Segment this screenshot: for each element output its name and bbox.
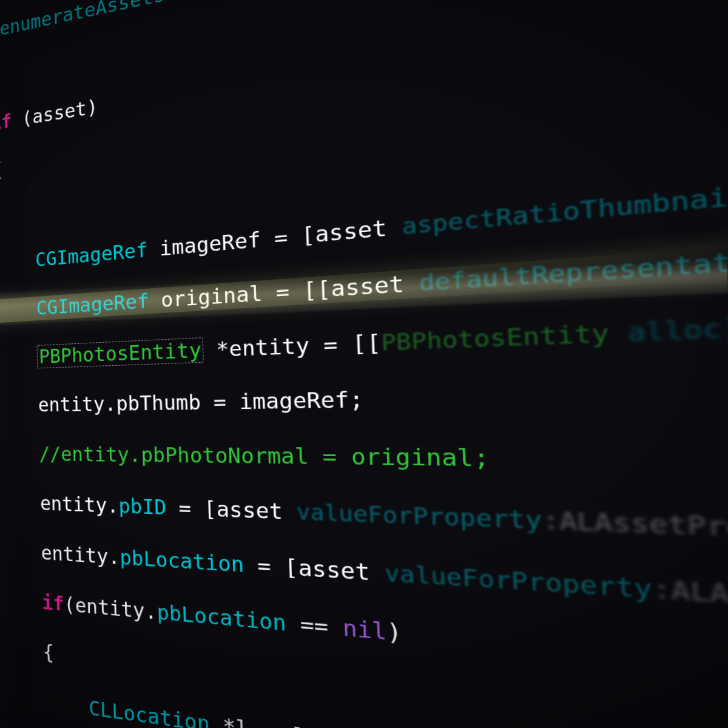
code-editor[interactable]: sGroup *)group photosArray:( up enumerat… — [0, 0, 728, 728]
code-line: entity.pbThumb = imageRef; — [0, 376, 728, 419]
scene: sGroup *)group photosArray:( up enumerat… — [0, 0, 728, 728]
code-line: entity.pbID = [asset valueForProperty:AL… — [0, 490, 728, 550]
code-line: //entity.pbPhotoNormal = original; — [0, 442, 728, 480]
monitor-screen: sGroup *)group photosArray:( up enumerat… — [0, 0, 728, 728]
